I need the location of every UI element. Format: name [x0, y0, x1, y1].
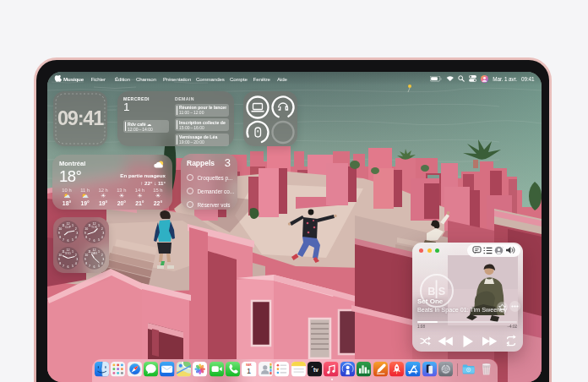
svg-text:8: 8 [85, 262, 87, 265]
svg-text:12: 12 [93, 222, 96, 226]
svg-text:12: 12 [67, 222, 70, 226]
svg-text:8: 8 [85, 236, 87, 239]
svg-text:8: 8 [59, 236, 61, 239]
svg-text:3: 3 [102, 258, 104, 261]
svg-text:4: 4 [101, 262, 103, 265]
svg-text:S: S [438, 286, 445, 297]
svg-text:7: 7 [89, 238, 90, 242]
svg-text:TOK: TOK [91, 226, 98, 229]
svg-text:1: 1 [98, 250, 100, 254]
svg-text:2: 2 [101, 254, 103, 257]
svg-text:6: 6 [94, 239, 95, 243]
svg-text:10: 10 [58, 227, 62, 231]
svg-text:6: 6 [68, 265, 69, 269]
svg-text:3: 3 [76, 232, 78, 235]
svg-text:7: 7 [63, 238, 64, 242]
svg-text:10: 10 [58, 254, 62, 257]
svg-text:2: 2 [75, 227, 77, 231]
svg-text:12: 12 [93, 248, 96, 252]
svg-text:9: 9 [58, 258, 60, 261]
svg-text:7: 7 [63, 265, 64, 268]
svg-text:2: 2 [75, 254, 77, 257]
svg-text:SYD: SYD [65, 252, 72, 255]
svg-text:10: 10 [84, 227, 88, 231]
svg-text:11: 11 [88, 250, 91, 254]
svg-text:4: 4 [75, 236, 77, 239]
svg-text:CUP: CUP [65, 226, 72, 229]
svg-text:B: B [427, 286, 435, 297]
svg-text:11: 11 [88, 224, 91, 227]
svg-text:12: 12 [67, 248, 70, 252]
svg-text:tv: tv [313, 367, 318, 373]
svg-text:6: 6 [94, 265, 95, 269]
svg-text:5: 5 [72, 238, 74, 242]
svg-text:5: 5 [98, 238, 100, 242]
svg-text:9: 9 [58, 232, 60, 235]
svg-text:11: 11 [62, 224, 65, 227]
svg-text:3: 3 [76, 258, 78, 261]
svg-text:3: 3 [102, 232, 104, 235]
svg-text:2: 2 [101, 227, 103, 231]
svg-text:8: 8 [59, 262, 61, 265]
svg-text:5: 5 [72, 265, 74, 268]
svg-text:9: 9 [84, 232, 86, 235]
svg-text:7: 7 [89, 265, 90, 268]
svg-text:1: 1 [247, 367, 251, 375]
svg-text:4: 4 [75, 262, 77, 265]
svg-text:1: 1 [72, 224, 74, 227]
svg-text:10: 10 [84, 254, 88, 257]
svg-text:11: 11 [62, 250, 65, 254]
svg-text:1: 1 [72, 250, 74, 254]
svg-text:5: 5 [98, 265, 100, 268]
svg-text:6: 6 [68, 239, 69, 243]
svg-text:1: 1 [98, 224, 100, 227]
svg-text:4: 4 [101, 236, 103, 239]
svg-text:9: 9 [84, 258, 86, 261]
